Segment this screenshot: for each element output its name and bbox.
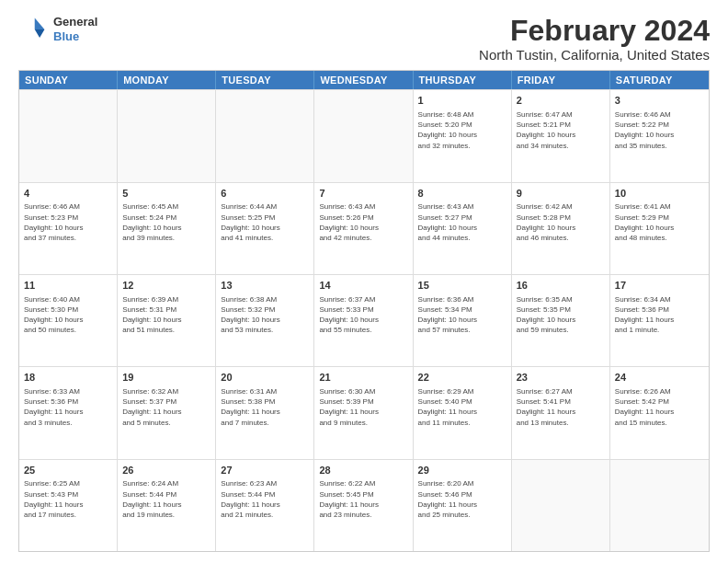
day-info: Sunrise: 6:42 AM Sunset: 5:28 PM Dayligh… — [517, 201, 605, 243]
day-number: 26 — [122, 464, 210, 477]
day-info: Sunrise: 6:32 AM Sunset: 5:37 PM Dayligh… — [122, 386, 210, 428]
calendar-row: 18Sunrise: 6:33 AM Sunset: 5:36 PM Dayli… — [19, 366, 709, 458]
weekday-header: Thursday — [414, 71, 512, 89]
day-info: Sunrise: 6:35 AM Sunset: 5:35 PM Dayligh… — [517, 294, 605, 336]
calendar-cell: 13Sunrise: 6:38 AM Sunset: 5:32 PM Dayli… — [216, 275, 314, 366]
calendar-cell: 4Sunrise: 6:46 AM Sunset: 5:23 PM Daylig… — [19, 183, 118, 274]
day-number: 27 — [221, 464, 309, 477]
day-info: Sunrise: 6:43 AM Sunset: 5:26 PM Dayligh… — [319, 201, 407, 243]
day-info: Sunrise: 6:26 AM Sunset: 5:42 PM Dayligh… — [615, 386, 704, 428]
weekday-header: Friday — [512, 71, 610, 89]
calendar-cell: 3Sunrise: 6:46 AM Sunset: 5:22 PM Daylig… — [610, 90, 709, 181]
calendar-cell: 12Sunrise: 6:39 AM Sunset: 5:31 PM Dayli… — [118, 275, 216, 366]
calendar-cell: 17Sunrise: 6:34 AM Sunset: 5:36 PM Dayli… — [610, 275, 709, 366]
calendar-cell: 6Sunrise: 6:44 AM Sunset: 5:25 PM Daylig… — [216, 183, 314, 274]
calendar-cell: 15Sunrise: 6:36 AM Sunset: 5:34 PM Dayli… — [414, 275, 512, 366]
calendar-cell: 27Sunrise: 6:23 AM Sunset: 5:44 PM Dayli… — [216, 460, 314, 551]
calendar-cell: 23Sunrise: 6:27 AM Sunset: 5:41 PM Dayli… — [512, 367, 610, 458]
calendar-cell: 28Sunrise: 6:22 AM Sunset: 5:45 PM Dayli… — [314, 460, 413, 551]
weekday-header: Wednesday — [314, 71, 413, 89]
day-number: 2 — [517, 94, 605, 108]
logo-icon — [18, 15, 48, 44]
day-number: 5 — [122, 187, 210, 201]
day-info: Sunrise: 6:30 AM Sunset: 5:39 PM Dayligh… — [319, 386, 407, 428]
day-number: 23 — [517, 371, 605, 385]
day-number: 10 — [615, 187, 704, 201]
logo-text: General Blue — [53, 15, 97, 43]
day-info: Sunrise: 6:43 AM Sunset: 5:27 PM Dayligh… — [418, 201, 506, 243]
logo: General Blue — [18, 15, 97, 44]
svg-marker-0 — [35, 18, 45, 29]
day-info: Sunrise: 6:36 AM Sunset: 5:34 PM Dayligh… — [418, 294, 506, 336]
calendar-cell: 7Sunrise: 6:43 AM Sunset: 5:26 PM Daylig… — [314, 183, 413, 274]
calendar-cell: 8Sunrise: 6:43 AM Sunset: 5:27 PM Daylig… — [414, 183, 512, 274]
calendar-cell: 24Sunrise: 6:26 AM Sunset: 5:42 PM Dayli… — [610, 367, 709, 458]
day-number: 19 — [122, 371, 210, 385]
day-number: 13 — [221, 279, 309, 293]
day-info: Sunrise: 6:46 AM Sunset: 5:22 PM Dayligh… — [615, 109, 704, 151]
calendar-row: 1Sunrise: 6:48 AM Sunset: 5:20 PM Daylig… — [19, 89, 709, 181]
calendar-cell: 29Sunrise: 6:20 AM Sunset: 5:46 PM Dayli… — [414, 460, 512, 551]
day-info: Sunrise: 6:37 AM Sunset: 5:33 PM Dayligh… — [319, 294, 407, 336]
day-info: Sunrise: 6:24 AM Sunset: 5:44 PM Dayligh… — [122, 478, 210, 520]
calendar-cell — [512, 460, 610, 551]
main-title: February 2024 — [479, 15, 710, 47]
logo-line2: Blue — [53, 29, 97, 44]
day-number: 14 — [319, 279, 407, 293]
calendar-cell — [118, 90, 216, 181]
calendar-cell: 20Sunrise: 6:31 AM Sunset: 5:38 PM Dayli… — [216, 367, 314, 458]
calendar-cell: 1Sunrise: 6:48 AM Sunset: 5:20 PM Daylig… — [414, 90, 512, 181]
day-number: 28 — [319, 464, 407, 477]
day-number: 22 — [418, 371, 506, 385]
calendar-cell: 19Sunrise: 6:32 AM Sunset: 5:37 PM Dayli… — [118, 367, 216, 458]
calendar-cell — [216, 90, 314, 181]
day-number: 6 — [221, 187, 309, 201]
day-number: 20 — [221, 371, 309, 385]
calendar-cell: 2Sunrise: 6:47 AM Sunset: 5:21 PM Daylig… — [512, 90, 610, 181]
day-number: 29 — [418, 464, 506, 477]
day-info: Sunrise: 6:22 AM Sunset: 5:45 PM Dayligh… — [319, 478, 407, 520]
svg-marker-1 — [35, 29, 45, 38]
day-info: Sunrise: 6:41 AM Sunset: 5:29 PM Dayligh… — [615, 201, 704, 243]
day-info: Sunrise: 6:23 AM Sunset: 5:44 PM Dayligh… — [221, 478, 309, 520]
day-number: 15 — [418, 279, 506, 293]
calendar-cell: 10Sunrise: 6:41 AM Sunset: 5:29 PM Dayli… — [610, 183, 709, 274]
calendar-cell: 11Sunrise: 6:40 AM Sunset: 5:30 PM Dayli… — [19, 275, 118, 366]
calendar-body: 1Sunrise: 6:48 AM Sunset: 5:20 PM Daylig… — [19, 89, 709, 551]
day-number: 21 — [319, 371, 407, 385]
day-info: Sunrise: 6:20 AM Sunset: 5:46 PM Dayligh… — [418, 478, 506, 520]
day-info: Sunrise: 6:39 AM Sunset: 5:31 PM Dayligh… — [122, 294, 210, 336]
calendar-cell: 14Sunrise: 6:37 AM Sunset: 5:33 PM Dayli… — [314, 275, 413, 366]
day-number: 8 — [418, 187, 506, 201]
calendar-cell: 22Sunrise: 6:29 AM Sunset: 5:40 PM Dayli… — [414, 367, 512, 458]
calendar-cell: 9Sunrise: 6:42 AM Sunset: 5:28 PM Daylig… — [512, 183, 610, 274]
calendar: SundayMondayTuesdayWednesdayThursdayFrid… — [18, 70, 710, 552]
day-number: 12 — [122, 279, 210, 293]
day-number: 25 — [24, 464, 112, 477]
day-number: 17 — [615, 279, 704, 293]
day-number: 7 — [319, 187, 407, 201]
title-block: February 2024 North Tustin, California, … — [479, 15, 710, 63]
day-info: Sunrise: 6:33 AM Sunset: 5:36 PM Dayligh… — [24, 386, 112, 428]
header: General Blue February 2024 North Tustin,… — [18, 15, 710, 63]
day-info: Sunrise: 6:46 AM Sunset: 5:23 PM Dayligh… — [24, 201, 112, 243]
day-info: Sunrise: 6:48 AM Sunset: 5:20 PM Dayligh… — [418, 109, 506, 151]
day-info: Sunrise: 6:31 AM Sunset: 5:38 PM Dayligh… — [221, 386, 309, 428]
day-info: Sunrise: 6:27 AM Sunset: 5:41 PM Dayligh… — [517, 386, 605, 428]
day-info: Sunrise: 6:34 AM Sunset: 5:36 PM Dayligh… — [615, 294, 704, 336]
day-info: Sunrise: 6:47 AM Sunset: 5:21 PM Dayligh… — [517, 109, 605, 151]
day-info: Sunrise: 6:45 AM Sunset: 5:24 PM Dayligh… — [122, 201, 210, 243]
day-number: 18 — [24, 371, 112, 385]
calendar-row: 4Sunrise: 6:46 AM Sunset: 5:23 PM Daylig… — [19, 182, 709, 274]
day-number: 9 — [517, 187, 605, 201]
subtitle: North Tustin, California, United States — [479, 47, 710, 63]
calendar-row: 25Sunrise: 6:25 AM Sunset: 5:43 PM Dayli… — [19, 459, 709, 551]
day-info: Sunrise: 6:29 AM Sunset: 5:40 PM Dayligh… — [418, 386, 506, 428]
calendar-cell: 25Sunrise: 6:25 AM Sunset: 5:43 PM Dayli… — [19, 460, 118, 551]
calendar-cell: 18Sunrise: 6:33 AM Sunset: 5:36 PM Dayli… — [19, 367, 118, 458]
weekday-header: Tuesday — [216, 71, 314, 89]
calendar-cell: 26Sunrise: 6:24 AM Sunset: 5:44 PM Dayli… — [118, 460, 216, 551]
weekday-header: Monday — [118, 71, 216, 89]
day-number: 16 — [517, 279, 605, 293]
day-number: 11 — [24, 279, 112, 293]
